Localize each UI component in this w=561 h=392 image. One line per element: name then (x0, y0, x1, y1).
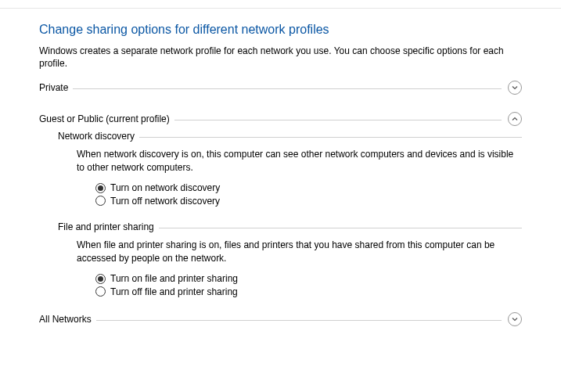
radio-network-discovery-on[interactable]: Turn on network discovery (95, 182, 522, 195)
radio-network-discovery-off[interactable]: Turn off network discovery (95, 195, 522, 208)
page-title: Change sharing options for different net… (39, 23, 522, 37)
section-all-networks-label: All Networks (39, 314, 96, 325)
radio-file-printer-on[interactable]: Turn on file and printer sharing (95, 272, 522, 286)
chevron-up-icon (508, 112, 522, 126)
file-printer-description: When file and printer sharing is on, fil… (77, 239, 522, 264)
section-private-label: Private (39, 82, 73, 93)
subsection-file-printer-sharing: File and printer sharing (58, 221, 522, 232)
file-printer-rule (159, 228, 522, 228)
radio-label: Turn on network discovery (110, 182, 220, 195)
radio-icon (95, 183, 106, 193)
chevron-down-icon (508, 81, 522, 95)
network-discovery-rule (139, 137, 522, 138)
radio-label: Turn off file and printer sharing (110, 286, 238, 299)
radio-label: Turn on file and printer sharing (110, 272, 238, 286)
radio-icon (95, 286, 106, 297)
section-all-networks-rule (96, 320, 502, 321)
section-private[interactable]: Private (39, 81, 522, 95)
section-all-networks[interactable]: All Networks (39, 312, 522, 326)
section-guest-public-label: Guest or Public (current profile) (39, 113, 174, 124)
radio-icon (95, 274, 106, 284)
network-discovery-heading: Network discovery (58, 131, 139, 142)
file-printer-heading: File and printer sharing (58, 221, 159, 232)
chevron-down-icon (508, 312, 522, 326)
radio-label: Turn off network discovery (110, 195, 220, 208)
page-description: Windows creates a separate network profi… (39, 45, 522, 70)
section-guest-public[interactable]: Guest or Public (current profile) (39, 112, 522, 126)
radio-file-printer-off[interactable]: Turn off file and printer sharing (95, 286, 522, 299)
radio-icon (95, 196, 106, 206)
section-private-rule (73, 88, 502, 89)
section-guest-public-rule (174, 120, 502, 120)
network-discovery-description: When network discovery is on, this compu… (77, 148, 522, 173)
subsection-network-discovery: Network discovery (58, 131, 522, 142)
